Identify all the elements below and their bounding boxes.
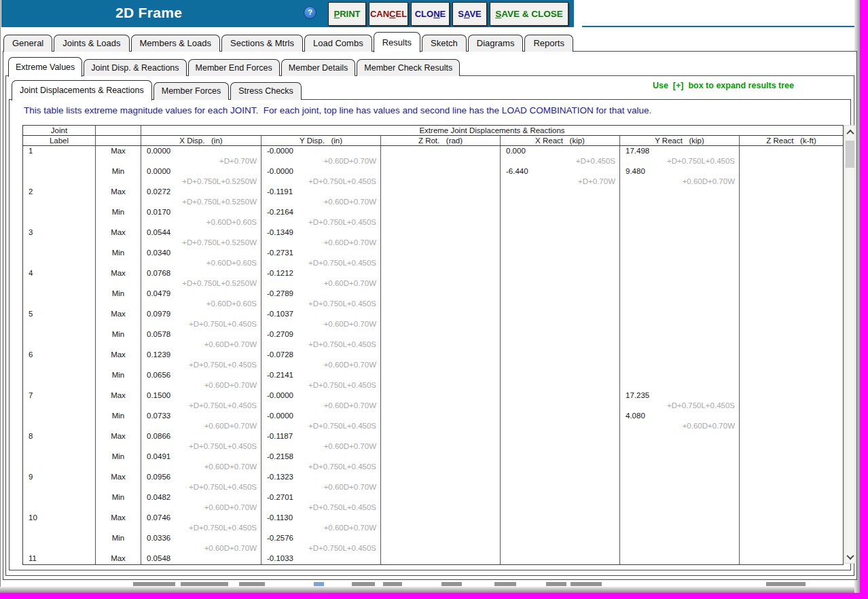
max-min-label: Max	[96, 309, 141, 319]
y_disp-value: -0.1191	[261, 187, 381, 197]
y_disp-value: -0.2164	[261, 207, 381, 217]
joint-label	[23, 482, 96, 492]
clone-button[interactable]: CLONE	[411, 2, 450, 26]
results-subtab-extreme-values[interactable]: Extreme Values	[8, 57, 82, 77]
header-col-7: Y React (kip)	[620, 136, 740, 146]
header-col-8: Z React (k-ft)	[740, 136, 843, 146]
help-icon[interactable]: ?	[304, 6, 317, 19]
x_react-value	[501, 248, 620, 258]
header-joint: Joint	[23, 126, 96, 136]
main-tab-general[interactable]: General	[3, 35, 52, 52]
z_react-load-combination	[740, 177, 843, 187]
z_react-value	[740, 207, 843, 217]
x_disp-load-combination: +D+0.750L+0.450S	[141, 441, 261, 452]
y_react-load-combination	[620, 380, 740, 391]
joint-label: 9	[23, 472, 96, 482]
scroll-up-button[interactable]	[845, 126, 855, 138]
max-min-label	[96, 401, 141, 411]
joint-4-max-combo-row: +D+0.750L+0.5250W+0.60D+0.70W	[23, 278, 843, 289]
vertical-scrollbar[interactable]	[844, 125, 856, 564]
table-body: 1Max0.0000-0.00000.00017.498+D+0.70W+0.6…	[23, 146, 843, 565]
x_disp-value: 0.0340	[141, 248, 261, 258]
save-button[interactable]: SAVE	[452, 2, 487, 26]
x_react-value	[501, 431, 620, 441]
x_disp-value: 0.1500	[141, 391, 261, 401]
joint-6-max-value-row: 6Max0.1239-0.0728	[23, 350, 843, 360]
z_react-value	[740, 431, 843, 441]
joint-label	[23, 543, 96, 553]
x_react-load-combination	[501, 462, 620, 472]
x_disp-load-combination: +D+0.70W	[141, 156, 261, 166]
x_react-load-combination	[501, 564, 620, 565]
z_react-load-combination	[740, 299, 843, 309]
z_rot-load-combination	[381, 503, 501, 513]
x_react-load-combination	[501, 197, 620, 207]
extreme-subtab-member-forces[interactable]: Member Forces	[153, 82, 230, 100]
y_disp-load-combination: +0.60D+0.70W	[261, 278, 381, 289]
joint-label	[23, 360, 96, 370]
main-tab-joints-loads[interactable]: Joints & Loads	[54, 35, 129, 52]
joint-label	[23, 523, 96, 533]
x_react-load-combination	[501, 340, 620, 350]
joint-10-min-value-row: Min0.0336-0.2576	[23, 533, 843, 543]
x_disp-value: 0.0578	[141, 329, 261, 340]
z_react-value	[740, 533, 843, 543]
x_disp-load-combination: +D+0.750L+0.5250W	[141, 197, 261, 207]
z_rot-load-combination	[381, 278, 501, 289]
save-and-close-button[interactable]: SAVE & CLOSE	[490, 2, 568, 26]
results-subtab-member-end-forces[interactable]: Member End Forces	[188, 59, 280, 76]
joint-label	[23, 207, 96, 217]
main-tab-sections-mtrls[interactable]: Sections & Mtrls	[221, 35, 303, 52]
joint-label	[23, 197, 96, 207]
main-tab-load-combs[interactable]: Load Combs	[304, 35, 372, 52]
results-subtab-member-check-results[interactable]: Member Check Results	[357, 59, 460, 76]
main-tab-diagrams[interactable]: Diagrams	[468, 35, 524, 52]
max-min-label: Min	[96, 533, 141, 543]
x_react-value: -6.440	[501, 166, 620, 177]
joint-6-min-value-row: Min0.0656-0.2141	[23, 370, 843, 380]
z_react-value	[740, 553, 843, 564]
y_react-load-combination	[620, 278, 740, 289]
main-tab-members-loads[interactable]: Members & Loads	[131, 35, 221, 52]
joint-8-min-value-row: Min0.0491-0.2158	[23, 452, 843, 462]
z_react-load-combination	[740, 197, 843, 207]
extreme-joint-table: JointExtreme Joint Displacements & React…	[22, 125, 844, 565]
y_react-value	[620, 533, 740, 543]
z_rot-load-combination	[381, 441, 501, 452]
joint-label: 7	[23, 391, 96, 401]
extreme-subtab-stress-checks[interactable]: Stress Checks	[230, 82, 302, 100]
z_rot-load-combination	[381, 482, 501, 492]
z_react-value	[740, 329, 843, 340]
x_disp-value: 0.0768	[141, 268, 261, 278]
y_disp-value: -0.2701	[261, 492, 381, 503]
joint-label	[23, 278, 96, 289]
main-tab-reports[interactable]: Reports	[524, 35, 573, 52]
y_disp-load-combination: +0.60D+0.70W	[261, 197, 381, 207]
scrollbar-thumb[interactable]	[846, 141, 854, 168]
main-tab-sketch[interactable]: Sketch	[422, 35, 467, 52]
x_disp-value: 0.0170	[141, 207, 261, 217]
results-tree-hint: Use [+] box to expand results tree	[632, 81, 815, 92]
x_react-load-combination	[501, 360, 620, 370]
main-tab-results[interactable]: Results	[374, 32, 420, 52]
z_react-load-combination	[740, 564, 843, 565]
x_disp-load-combination: +D+0.750L+0.450S	[141, 482, 261, 492]
scroll-down-button[interactable]	[845, 551, 855, 562]
y_react-load-combination	[620, 462, 740, 472]
results-subtab-member-details[interactable]: Member Details	[281, 59, 356, 76]
max-min-label: Min	[96, 207, 141, 217]
table-description: This table lists extreme magnitude value…	[24, 105, 651, 115]
cancel-button[interactable]: CANCEL	[369, 2, 408, 26]
max-min-label: Min	[96, 492, 141, 503]
y_disp-load-combination: +D+0.750L+0.450S	[261, 340, 381, 350]
results-subtab-joint-disp-reactions[interactable]: Joint Disp. & Reactions	[84, 59, 186, 76]
joint-1-min-value-row: Min0.0000-0.0000-6.4409.480	[23, 166, 843, 177]
z_rot-value	[381, 146, 501, 156]
extreme-subtab-joint-displacements-reactions[interactable]: Joint Displacements & Reactions	[12, 80, 152, 101]
z_react-value	[740, 268, 843, 278]
print-button[interactable]: PRINT	[328, 2, 366, 26]
z_rot-value	[381, 370, 501, 380]
z_react-load-combination	[740, 217, 843, 228]
z_rot-value	[381, 553, 501, 564]
y_react-load-combination: +D+0.750L+0.450S	[620, 156, 740, 166]
